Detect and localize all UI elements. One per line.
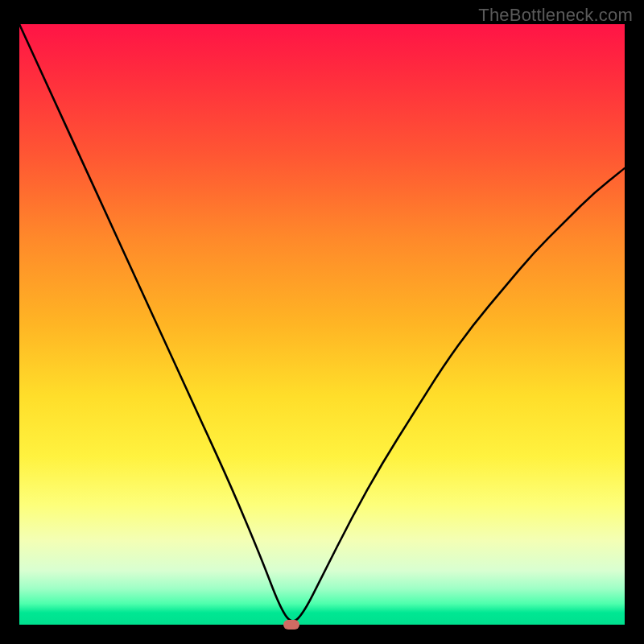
watermark-text: TheBottleneck.com [478, 5, 633, 26]
chart-frame: TheBottleneck.com [0, 0, 644, 644]
plot-outer [19, 24, 625, 625]
bottleneck-curve [19, 24, 625, 625]
curve-path [19, 24, 625, 621]
optimal-point-marker [283, 620, 299, 630]
